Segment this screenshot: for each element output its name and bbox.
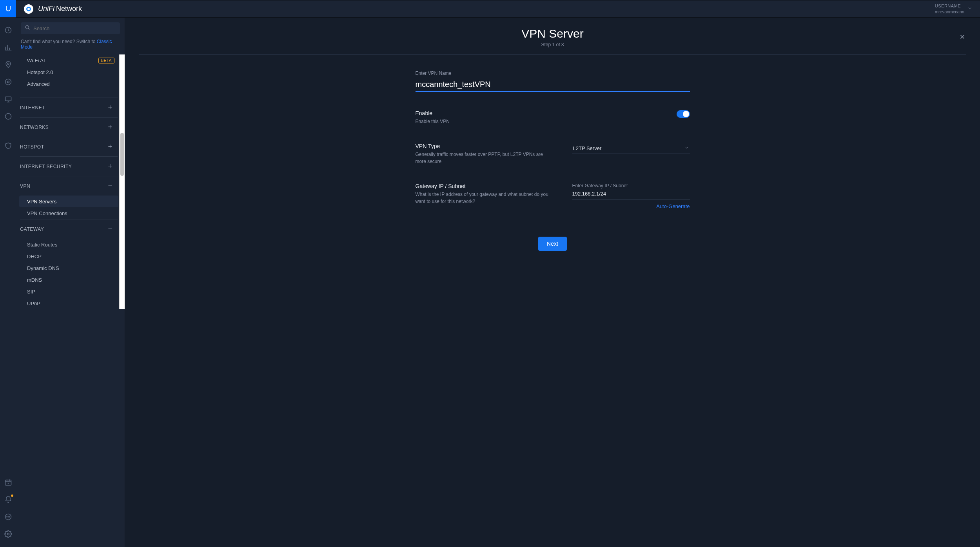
expand-icon[interactable]: + xyxy=(107,123,114,131)
sidebar-item-sip[interactable]: SIP xyxy=(16,286,122,297)
sidebar-item-label: DHCP xyxy=(27,254,42,259)
gateway-title: Gateway IP / Subnet xyxy=(416,183,549,189)
sidebar-item-mdns[interactable]: mDNS xyxy=(16,274,122,286)
section-label: NETWORKS xyxy=(20,125,49,130)
insights-icon[interactable] xyxy=(4,112,13,121)
settings-sidebar: Can't find what you need? Switch to Clas… xyxy=(16,18,125,547)
enable-title: Enable xyxy=(416,110,549,116)
panel-step: Step 1 of 3 xyxy=(125,42,980,47)
username-label: USERNAME xyxy=(935,3,964,9)
collapse-icon[interactable]: − xyxy=(107,225,114,233)
sidebar-item-dynamic-dns[interactable]: Dynamic DNS xyxy=(16,262,122,274)
events-icon[interactable] xyxy=(4,478,13,487)
enable-desc: Enable this VPN xyxy=(416,118,549,125)
brand-title: UniFiNetwork xyxy=(38,5,82,13)
beta-badge: BETA xyxy=(98,58,114,63)
notifications-icon[interactable] xyxy=(4,495,13,504)
svg-point-2 xyxy=(5,79,11,85)
username-value: mrevanmccann xyxy=(935,9,964,14)
enable-toggle[interactable] xyxy=(677,110,690,118)
map-icon[interactable] xyxy=(4,60,13,69)
auto-generate-link[interactable]: Auto-Generate xyxy=(656,203,690,209)
vpn-name-input[interactable] xyxy=(416,78,690,92)
svg-point-11 xyxy=(7,533,9,535)
sidebar-item-vpn-connections[interactable]: VPN Connections xyxy=(16,207,122,219)
scrollbar-thumb[interactable] xyxy=(120,133,124,176)
sidebar-item-label: Wi-Fi AI xyxy=(27,58,45,63)
security-icon[interactable] xyxy=(4,141,13,150)
section-gateway[interactable]: GATEWAY− xyxy=(20,219,118,239)
section-internet-security[interactable]: INTERNET SECURITY+ xyxy=(20,157,118,176)
sidebar-item-wi-fi-ai[interactable]: Wi-Fi AIBETA xyxy=(16,54,122,66)
chevron-down-icon xyxy=(967,6,972,12)
settings-icon[interactable] xyxy=(4,530,13,538)
classic-mode-hint: Can't find what you need? Switch to Clas… xyxy=(16,39,125,54)
svg-point-12 xyxy=(25,25,29,29)
vpn-type-desc: Generally traffic moves faster over PPTP… xyxy=(416,151,549,165)
devices-icon[interactable] xyxy=(4,78,13,86)
clients-icon[interactable] xyxy=(4,95,13,103)
vpn-type-title: VPN Type xyxy=(416,143,549,149)
panel-divider xyxy=(139,54,966,55)
sidebar-item-label: SIP xyxy=(27,289,35,295)
sidebar-item-label: VPN Connections xyxy=(27,210,67,216)
svg-point-3 xyxy=(7,81,9,83)
sidebar-item-label: mDNS xyxy=(27,277,42,283)
vpn-type-select[interactable]: L2TP Server xyxy=(572,143,690,154)
svg-rect-6 xyxy=(5,480,11,485)
sidebar-scrollbar[interactable] xyxy=(119,54,125,309)
panel-title: VPN Server xyxy=(125,27,980,40)
collapse-icon[interactable]: − xyxy=(107,182,114,190)
svg-point-8 xyxy=(6,516,7,517)
network-app-icon[interactable] xyxy=(24,4,33,14)
svg-point-10 xyxy=(9,516,10,517)
search-input-wrapper[interactable] xyxy=(21,22,120,34)
close-button[interactable] xyxy=(959,33,966,42)
main-panel: VPN Server Step 1 of 3 Enter VPN Name En… xyxy=(125,18,980,547)
user-menu[interactable]: USERNAME mrevanmccann xyxy=(935,3,972,14)
expand-icon[interactable]: + xyxy=(107,143,114,151)
next-button[interactable]: Next xyxy=(538,237,567,251)
sidebar-item-upnp[interactable]: UPnP xyxy=(16,297,122,309)
icon-rail xyxy=(0,0,16,547)
sidebar-item-label: UPnP xyxy=(27,301,40,306)
dashboard-icon[interactable] xyxy=(4,26,13,34)
vpn-type-value: L2TP Server xyxy=(573,145,602,151)
svg-point-9 xyxy=(8,516,9,517)
sidebar-item-label: Advanced xyxy=(27,81,50,87)
section-label: GATEWAY xyxy=(20,226,44,232)
svg-point-5 xyxy=(5,114,11,120)
sidebar-item-label: Dynamic DNS xyxy=(27,265,59,271)
sidebar-item-dhcp[interactable]: DHCP xyxy=(16,250,122,262)
header: UniFiNetwork USERNAME mrevanmccann xyxy=(16,0,980,18)
expand-icon[interactable]: + xyxy=(107,162,114,170)
gateway-input-label: Enter Gateway IP / Subnet xyxy=(572,183,628,188)
rail-divider xyxy=(4,131,12,131)
unifi-logo-icon[interactable] xyxy=(0,0,16,17)
sidebar-item-label: Hotspot 2.0 xyxy=(27,69,53,75)
chevron-down-icon xyxy=(684,145,689,151)
expand-icon[interactable]: + xyxy=(107,103,114,112)
search-icon xyxy=(25,25,30,32)
sidebar-item-label: VPN Servers xyxy=(27,199,56,205)
svg-point-1 xyxy=(7,63,9,64)
search-input[interactable] xyxy=(33,25,116,31)
sidebar-item-static-routes[interactable]: Static Routes xyxy=(16,239,122,250)
statistics-icon[interactable] xyxy=(4,43,13,52)
section-networks[interactable]: NETWORKS+ xyxy=(20,118,118,137)
sidebar-item-label: Static Routes xyxy=(27,242,57,248)
section-internet[interactable]: INTERNET+ xyxy=(20,98,118,117)
section-label: INTERNET xyxy=(20,105,45,110)
vpn-name-label: Enter VPN Name xyxy=(416,71,690,76)
section-label: VPN xyxy=(20,183,30,189)
section-label: INTERNET SECURITY xyxy=(20,164,72,169)
section-label: HOTSPOT xyxy=(20,144,44,150)
sidebar-item-vpn-servers[interactable]: VPN Servers xyxy=(19,196,118,207)
sidebar-item-hotspot-2-0[interactable]: Hotspot 2.0 xyxy=(16,66,122,78)
sidebar-item-advanced[interactable]: Advanced xyxy=(16,78,122,90)
chat-icon[interactable] xyxy=(4,513,13,521)
svg-rect-4 xyxy=(5,97,11,101)
section-vpn[interactable]: VPN− xyxy=(20,176,118,196)
section-hotspot[interactable]: HOTSPOT+ xyxy=(20,137,118,156)
gateway-input[interactable] xyxy=(572,189,690,199)
